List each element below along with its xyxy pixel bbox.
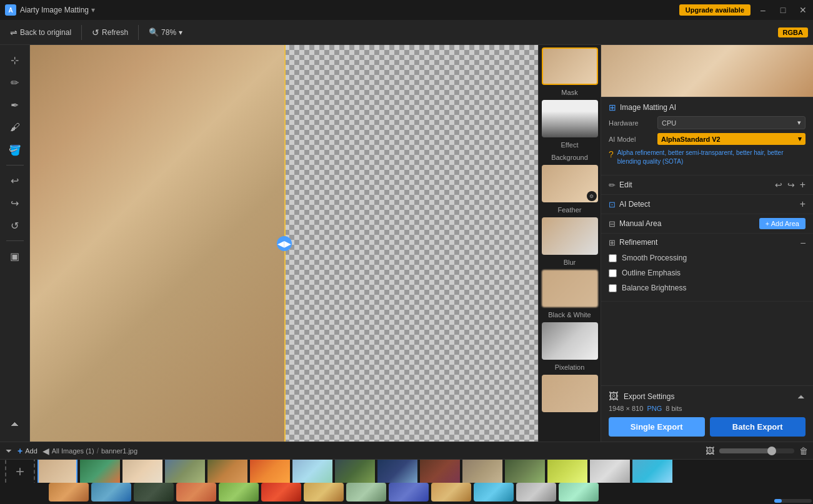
title-dropdown-icon[interactable]: ▾ bbox=[91, 6, 95, 14]
thumb-blur-box[interactable] bbox=[542, 270, 598, 307]
marquee-tool[interactable]: ▣ bbox=[5, 246, 25, 266]
close-button[interactable]: ✕ bbox=[793, 0, 813, 20]
undo-button[interactable]: ↩ bbox=[5, 170, 25, 190]
film-thumb-b6[interactable] bbox=[261, 483, 301, 502]
canvas-split-handle[interactable]: ◀▶ bbox=[277, 236, 292, 251]
undo-icon[interactable]: ↩ bbox=[775, 180, 782, 190]
film-thumb-b10[interactable] bbox=[431, 483, 471, 502]
pen-tool[interactable]: ✒ bbox=[5, 95, 25, 115]
fill-tool[interactable]: 🪣 bbox=[5, 140, 25, 160]
film-thumb-b11[interactable] bbox=[474, 483, 514, 502]
breadcrumb-back-icon[interactable]: ◀ bbox=[42, 446, 49, 456]
film-thumb-2[interactable] bbox=[80, 460, 120, 483]
film-thumb-b2[interactable] bbox=[91, 483, 131, 502]
thumb-bg[interactable]: ⚙ bbox=[541, 165, 598, 202]
batch-export-button[interactable]: Batch Export bbox=[710, 417, 806, 437]
film-thumb-10[interactable] bbox=[420, 460, 460, 483]
upgrade-button[interactable]: Upgrade available bbox=[679, 4, 751, 16]
brush-tool[interactable]: 🖌 bbox=[5, 117, 25, 137]
add-edit-icon[interactable]: + bbox=[800, 179, 806, 190]
image-matting-section: ⊞ Image Matting AI Hardware CPU ▾ AI Mod… bbox=[601, 97, 813, 175]
thumb-bw[interactable] bbox=[541, 322, 598, 360]
refresh-icon: ↺ bbox=[92, 27, 99, 37]
film-thumb-11[interactable] bbox=[462, 460, 502, 483]
redo-button[interactable]: ↪ bbox=[5, 193, 25, 213]
filmstrip-toggle-icon[interactable]: ⏷ bbox=[5, 447, 12, 455]
collapse-button[interactable]: ⏶ bbox=[5, 414, 25, 434]
rgba-badge[interactable]: RGBA bbox=[778, 27, 808, 37]
thumb-mask[interactable] bbox=[541, 100, 598, 137]
minimize-button[interactable]: – bbox=[753, 0, 773, 20]
canvas-area[interactable]: ◀▶ bbox=[30, 45, 538, 442]
delete-icon[interactable]: 🗑 bbox=[799, 446, 808, 456]
film-thumb-8[interactable] bbox=[335, 460, 375, 483]
thumb-bw-box[interactable] bbox=[542, 322, 598, 360]
refinement-title: ⊞ Refinement bbox=[609, 238, 657, 247]
select-tool[interactable]: ⊹ bbox=[5, 50, 25, 70]
film-thumb-12[interactable] bbox=[505, 460, 545, 483]
redo-icon[interactable]: ↪ bbox=[787, 180, 795, 190]
outline-emphasis-checkbox[interactable] bbox=[609, 269, 617, 277]
hardware-select[interactable]: CPU ▾ bbox=[657, 116, 806, 129]
smooth-processing-checkbox[interactable] bbox=[609, 254, 617, 262]
thumb-feather-label: Feather bbox=[556, 205, 584, 215]
add-image-button[interactable]: + bbox=[5, 460, 35, 483]
thumb-pixel-box[interactable] bbox=[542, 375, 598, 412]
film-thumb-b1[interactable] bbox=[49, 483, 89, 502]
thumb-mask-box[interactable] bbox=[542, 100, 598, 137]
film-thumb-4[interactable] bbox=[165, 460, 205, 483]
film-thumb-3[interactable] bbox=[122, 460, 162, 483]
thumb-rgba[interactable] bbox=[541, 47, 598, 85]
ai-detect-section-header[interactable]: ⊡ AI Detect + bbox=[601, 195, 813, 214]
add-ai-detect-icon[interactable]: + bbox=[800, 199, 806, 210]
refresh-button[interactable]: ↺ Refresh bbox=[87, 25, 133, 40]
film-thumb-15[interactable] bbox=[632, 460, 672, 483]
export-buttons: Single Export Batch Export bbox=[609, 417, 806, 437]
reset-button[interactable]: ↺ bbox=[5, 215, 25, 235]
manual-area-actions: + Add Area bbox=[759, 218, 806, 229]
preview-image bbox=[601, 45, 813, 97]
refinement-collapse-icon[interactable]: – bbox=[801, 237, 806, 247]
add-images-button[interactable]: + + Add bbox=[17, 446, 37, 456]
edit-section-header[interactable]: ✏ Edit ↩ ↪ + bbox=[601, 175, 813, 195]
manual-area-section-header[interactable]: ⊟ Manual Area + Add Area bbox=[601, 214, 813, 234]
toolbar-separator-2 bbox=[138, 25, 139, 40]
film-thumb-b4[interactable] bbox=[176, 483, 216, 502]
film-thumb-b3[interactable] bbox=[134, 483, 174, 502]
balance-brightness-checkbox[interactable] bbox=[609, 284, 617, 292]
thumb-feather-box[interactable] bbox=[542, 217, 598, 255]
single-export-button[interactable]: Single Export bbox=[609, 417, 705, 437]
ai-model-select[interactable]: AlphaStandard V2 ▾ bbox=[657, 133, 806, 145]
film-thumb-9[interactable] bbox=[377, 460, 417, 483]
thumb-pixelation[interactable] bbox=[541, 375, 598, 412]
tool-separator-2 bbox=[6, 240, 24, 241]
back-to-original-button[interactable]: ⇌ Back to original bbox=[5, 25, 76, 40]
film-thumb-7[interactable] bbox=[292, 460, 332, 483]
thumb-feather[interactable] bbox=[541, 217, 598, 255]
add-area-button[interactable]: + Add Area bbox=[759, 218, 806, 229]
film-thumb-b7[interactable] bbox=[304, 483, 344, 502]
export-up-icon[interactable]: ⏶ bbox=[797, 392, 806, 402]
thumb-rgba-box[interactable] bbox=[542, 47, 598, 85]
all-images-link[interactable]: All Images (1) bbox=[52, 447, 94, 455]
maximize-button[interactable]: □ bbox=[773, 0, 793, 20]
eraser-tool[interactable]: ✏ bbox=[5, 72, 25, 92]
film-thumb-b12[interactable] bbox=[516, 483, 556, 502]
film-thumb-14[interactable] bbox=[590, 460, 630, 483]
film-thumb-b13[interactable] bbox=[559, 483, 599, 502]
canvas-photo-half bbox=[30, 45, 284, 442]
export-header: 🖼 Export Settings ⏶ bbox=[609, 391, 806, 402]
thumb-bg-label: Background bbox=[549, 152, 591, 162]
film-thumb-1[interactable] bbox=[37, 460, 77, 483]
slider-thumb[interactable] bbox=[767, 447, 776, 455]
filmstrip-slider[interactable] bbox=[719, 448, 794, 453]
film-thumb-b8[interactable] bbox=[346, 483, 386, 502]
thumb-bg-box[interactable]: ⚙ bbox=[542, 165, 598, 202]
film-thumb-13[interactable] bbox=[547, 460, 587, 483]
film-thumb-5[interactable] bbox=[207, 460, 247, 483]
film-thumb-b9[interactable] bbox=[389, 483, 429, 502]
film-thumb-b5[interactable] bbox=[219, 483, 259, 502]
film-thumb-6[interactable] bbox=[250, 460, 290, 483]
thumb-blur[interactable] bbox=[541, 270, 598, 307]
zoom-button[interactable]: 🔍 78% ▾ bbox=[144, 25, 187, 39]
